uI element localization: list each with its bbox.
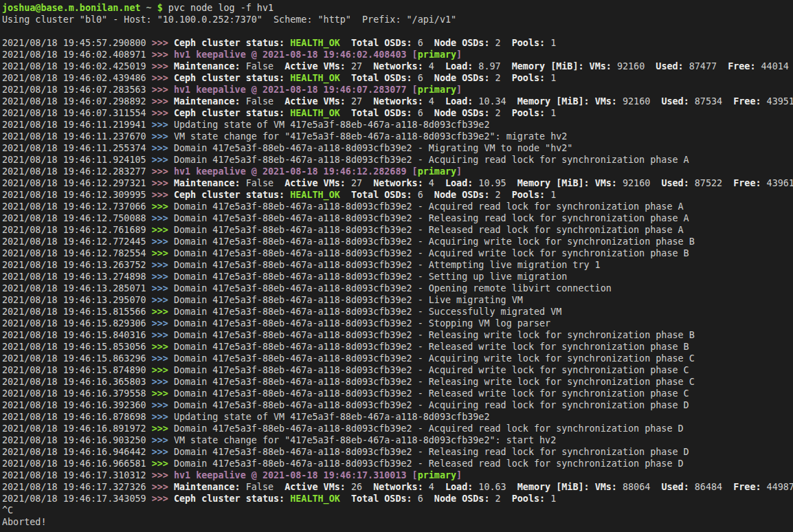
log-line: 2021/08/18 19:46:16.878698 >>> Updating …: [2, 411, 793, 423]
log-timestamp: 2021/08/18 19:46:11.237670: [2, 131, 152, 142]
log-line: 2021/08/18 19:46:13.285071 >>> Domain 41…: [2, 282, 793, 294]
log-timestamp: 2021/08/18 19:46:02.439486: [2, 73, 152, 83]
log-segment: 4: [429, 482, 434, 492]
log-level-marker: >>>: [152, 330, 174, 340]
prompt-command: pvc node log -f hv1: [168, 3, 273, 13]
log-segment: Pools:: [501, 108, 551, 118]
log-level-marker: >>>: [152, 143, 174, 153]
log-line: 2021/08/18 19:46:16.392360 >>> Domain 41…: [2, 399, 793, 411]
log-segment: Domain 417e5a3f-88eb-467a-a118-8d093cfb3…: [174, 423, 684, 434]
log-segment: Pools:: [501, 494, 551, 504]
log-line: 2021/08/18 19:46:12.283277 >>> hv1 keepa…: [2, 166, 793, 177]
log-line: 2021/08/18 19:46:12.761689 >>> Domain 41…: [2, 224, 793, 236]
log-segment: Domain 417e5a3f-88eb-467a-a118-8d093cfb3…: [174, 143, 572, 153]
log-timestamp: 2021/08/18 19:46:12.297321: [2, 178, 152, 188]
log-line: 2021/08/18 19:45:57.290800 >>> Ceph clus…: [2, 37, 793, 49]
log-segment: Domain 417e5a3f-88eb-467a-a118-8d093cfb3…: [174, 353, 695, 364]
prompt-cwd: ~: [146, 3, 152, 13]
log-segment: 26: [351, 482, 362, 492]
log-line: 2021/08/18 19:46:16.891972 >>> Domain 41…: [2, 423, 793, 434]
terminal-window[interactable]: joshua@base.m.bonilan.net ~ $ pvc node l…: [0, 0, 793, 532]
log-timestamp: 2021/08/18 19:46:16.379558: [2, 388, 152, 399]
log-segment: Ceph cluster status:: [174, 108, 290, 118]
log-segment: HEALTH_OK: [290, 494, 340, 504]
log-segment: Load:: [434, 178, 479, 188]
log-line: 2021/08/18 19:46:07.298892 >>> Maintenan…: [2, 96, 793, 107]
prompt-line: joshua@base.m.bonilan.net ~ $ pvc node l…: [2, 2, 793, 14]
log-segment: False: [246, 61, 273, 71]
log-segment: Domain 417e5a3f-88eb-467a-a118-8d093cfb3…: [174, 201, 684, 212]
log-segment: Active VMs:: [273, 482, 351, 492]
log-segment: Memory [MiB]:: [506, 96, 595, 107]
log-timestamp: 2021/08/18 19:46:16.365803: [2, 377, 152, 387]
log-line: 2021/08/18 19:46:02.425019 >>> Maintenan…: [2, 60, 793, 72]
log-segment: Used:: [650, 482, 695, 492]
log-timestamp: 2021/08/18 19:46:02.425019: [2, 61, 152, 71]
log-level-marker: >>>: [152, 213, 174, 223]
log-segment: primary: [418, 470, 456, 480]
log-segment: VMs:: [595, 178, 623, 188]
log-segment: Domain 417e5a3f-88eb-467a-a118-8d093cfb3…: [174, 248, 689, 258]
log-timestamp: 2021/08/18 19:46:16.891972: [2, 423, 152, 434]
log-segment: Domain 417e5a3f-88eb-467a-a118-8d093cfb3…: [174, 307, 561, 317]
log-segment: Domain 417e5a3f-88eb-467a-a118-8d093cfb3…: [174, 260, 601, 270]
log-level-marker: >>>: [152, 201, 174, 212]
log-segment: Domain 417e5a3f-88eb-467a-a118-8d093cfb3…: [174, 236, 695, 247]
log-level-marker: >>>: [152, 307, 174, 317]
log-timestamp: 2021/08/18 19:46:13.285071: [2, 283, 152, 293]
log-segment: Networks:: [362, 61, 429, 71]
log-level-marker: >>>: [152, 494, 174, 504]
log-segment: Domain 417e5a3f-88eb-467a-a118-8d093cfb3…: [174, 271, 567, 282]
log-segment: Domain 417e5a3f-88eb-467a-a118-8d093cfb3…: [174, 213, 689, 223]
log-timestamp: 2021/08/18 19:46:07.283563: [2, 85, 152, 95]
log-level-marker: >>>: [152, 61, 174, 71]
log-timestamp: 2021/08/18 19:46:12.750088: [2, 213, 152, 223]
log-segment: 87477: [689, 61, 717, 71]
log-line: 2021/08/18 19:46:12.737066 >>> Domain 41…: [2, 201, 793, 212]
log-segment: Node OSDs:: [423, 73, 495, 83]
log-segment: 10.63: [478, 482, 506, 492]
log-level-marker: >>>: [152, 435, 174, 445]
log-line: 2021/08/18 19:46:15.840316 >>> Domain 41…: [2, 329, 793, 341]
log-timestamp: 2021/08/18 19:46:16.946442: [2, 447, 152, 457]
log-timestamp: 2021/08/18 19:46:13.274898: [2, 271, 152, 282]
cluster-info-line: Using cluster "bl0" - Host: "10.100.0.25…: [2, 14, 793, 25]
log-segment: 43961: [767, 178, 793, 188]
log-timestamp: 2021/08/18 19:46:15.874890: [2, 365, 152, 375]
log-segment: Domain 417e5a3f-88eb-467a-a118-8d093cfb3…: [174, 365, 689, 375]
log-timestamp: 2021/08/18 19:46:15.829306: [2, 318, 152, 329]
log-level-marker: >>>: [152, 38, 174, 48]
log-segment: 8.97: [478, 61, 500, 71]
log-segment: HEALTH_OK: [290, 190, 340, 200]
log-segment: Networks:: [362, 178, 429, 188]
log-line: 2021/08/18 19:46:13.263752 >>> Domain 41…: [2, 259, 793, 271]
log-segment: Load:: [434, 96, 479, 107]
log-level-marker: >>>: [152, 120, 174, 130]
log-segment: Ceph cluster status:: [174, 38, 290, 48]
log-timestamp: 2021/08/18 19:46:12.737066: [2, 201, 152, 212]
log-segment: VMs:: [595, 96, 623, 107]
log-level-marker: >>>: [152, 96, 174, 107]
log-timestamp: 2021/08/18 19:46:15.853056: [2, 342, 152, 352]
log-level-marker: >>>: [152, 85, 174, 95]
log-timestamp: 2021/08/18 19:46:12.782554: [2, 248, 152, 258]
log-segment: 88064: [623, 482, 650, 492]
log-segment: ]: [456, 85, 462, 95]
log-segment: 86484: [695, 482, 722, 492]
log-level-marker: >>>: [152, 400, 174, 410]
log-level-marker: >>>: [152, 412, 174, 422]
log-line: 2021/08/18 19:46:07.311554 >>> Ceph clus…: [2, 107, 793, 119]
log-segment: 1: [550, 73, 556, 83]
log-segment: 92160: [617, 61, 645, 71]
log-segment: 6: [418, 108, 423, 118]
log-segment: Networks:: [362, 482, 429, 492]
log-level-marker: >>>: [152, 190, 174, 200]
log-level-marker: >>>: [152, 482, 174, 492]
log-level-marker: >>>: [152, 178, 174, 188]
log-segment: 4: [429, 61, 434, 71]
log-line: 2021/08/18 19:46:11.237670 >>> VM state …: [2, 131, 793, 142]
log-segment: hv1 keepalive @ 2021-08-18 19:46:17.3100…: [174, 470, 418, 480]
log-level-marker: >>>: [152, 49, 174, 60]
log-segment: False: [246, 482, 273, 492]
log-segment: Active VMs:: [273, 178, 351, 188]
